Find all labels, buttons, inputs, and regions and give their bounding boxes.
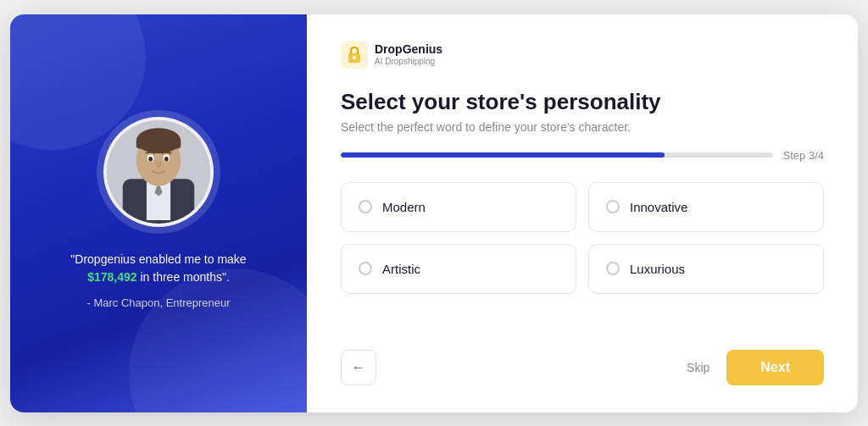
option-innovative[interactable]: Innovative: [588, 182, 824, 232]
logo-icon: [341, 41, 368, 69]
option-radio-modern[interactable]: [359, 200, 372, 213]
left-panel: "Dropgenius enabled me to make $178,492 …: [10, 14, 307, 412]
progress-bar-fill: [341, 152, 665, 158]
svg-point-11: [164, 157, 169, 162]
progress-row: Step 3/4: [341, 149, 824, 162]
option-label-modern: Modern: [382, 200, 426, 214]
back-button[interactable]: ←: [341, 350, 376, 385]
option-radio-innovative[interactable]: [606, 200, 620, 213]
logo-subtitle: AI Dropshipping: [375, 57, 442, 66]
progress-bar-track: [341, 152, 773, 158]
logo-title: DropGenius: [375, 43, 442, 56]
skip-button[interactable]: Skip: [687, 361, 709, 374]
option-radio-luxurious[interactable]: [606, 262, 620, 275]
option-luxurious[interactable]: Luxurious: [588, 244, 824, 294]
svg-rect-7: [136, 139, 181, 148]
option-artistic[interactable]: Artistic: [341, 244, 576, 294]
next-button[interactable]: Next: [726, 350, 824, 385]
testimonial-text: "Dropgenius enabled me to make $178,492 …: [48, 251, 269, 286]
logo-area: DropGenius AI Dropshipping: [341, 41, 824, 69]
testimonial-author: - Marc Chapon, Entrepreneur: [86, 296, 230, 309]
option-label-innovative: Innovative: [630, 200, 687, 214]
page-title: Select your store's personality: [341, 89, 824, 115]
options-grid: Modern Innovative Artistic Luxurious: [341, 182, 824, 294]
main-container: "Dropgenius enabled me to make $178,492 …: [10, 14, 858, 412]
bottom-bar: ← Skip Next: [341, 350, 824, 385]
step-label: Step 3/4: [783, 149, 824, 162]
logo-text-block: DropGenius AI Dropshipping: [375, 43, 442, 65]
option-label-luxurious: Luxurious: [630, 262, 685, 276]
option-label-artistic: Artistic: [382, 262, 420, 276]
option-radio-artistic[interactable]: [359, 262, 372, 275]
avatar: [103, 117, 214, 227]
option-modern[interactable]: Modern: [341, 182, 576, 232]
right-actions: Skip Next: [687, 350, 824, 385]
right-panel: DropGenius AI Dropshipping Select your s…: [307, 14, 858, 412]
highlight-amount: $178,492: [87, 270, 136, 284]
svg-point-10: [148, 157, 153, 162]
page-subtitle: Select the perfect word to define your s…: [341, 120, 824, 134]
svg-point-14: [353, 56, 356, 59]
